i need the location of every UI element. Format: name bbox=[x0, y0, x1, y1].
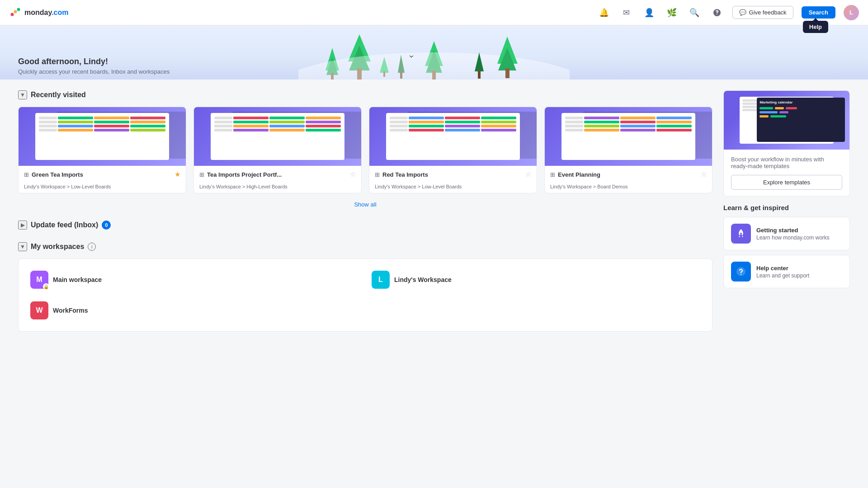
card-info-3: ⊞ Event Planning ☆ bbox=[545, 166, 712, 183]
card-preview-0 bbox=[19, 107, 186, 166]
template-card-body: Boost your workflow in minutes with read… bbox=[724, 150, 849, 196]
getting-started-title: Getting started bbox=[756, 227, 830, 234]
help-center-card[interactable]: Help center Learn and get support bbox=[723, 255, 850, 288]
feedback-icon: 💬 bbox=[739, 9, 746, 16]
board-card-3[interactable]: ⊞ Event Planning ☆ Lindy's Workspace > B… bbox=[544, 107, 712, 193]
svg-point-1 bbox=[11, 13, 14, 16]
my-workspaces-title: My workspaces bbox=[31, 243, 84, 251]
svg-rect-19 bbox=[478, 70, 481, 79]
inbox-button[interactable]: ✉ bbox=[619, 5, 634, 20]
topnav-icons: 🔔 ✉ 👤 🌿 🔍 Help 💬 Give feedback Search L bbox=[597, 5, 859, 20]
give-feedback-button[interactable]: 💬 Give feedback bbox=[732, 6, 793, 19]
workspace-item-workforms[interactable]: W WorkForms bbox=[28, 299, 362, 322]
svg-rect-22 bbox=[505, 68, 509, 78]
recently-visited-toggle[interactable]: ▼ bbox=[18, 90, 27, 99]
show-all-button[interactable]: Show all bbox=[354, 201, 376, 208]
give-feedback-label: Give feedback bbox=[749, 9, 787, 16]
card-info-2: ⊞ Red Tea Imports ☆ bbox=[369, 166, 537, 183]
workspace-avatar-main: M 🔒 bbox=[30, 271, 48, 289]
hill-shape bbox=[298, 52, 570, 80]
board-card-1[interactable]: ⊞ Tea Imports Project Portf... ☆ Lindy's… bbox=[193, 107, 362, 193]
getting-started-icon-box bbox=[731, 224, 751, 244]
logo[interactable]: monday.com bbox=[9, 6, 69, 19]
template-boost-text: Boost your workflow in minutes with read… bbox=[731, 156, 842, 169]
workspace-name-lindy: Lindy's Workspace bbox=[394, 276, 452, 283]
card-name-0: Green Tea Imports bbox=[32, 171, 83, 178]
workspace-name-workforms: WorkForms bbox=[53, 307, 88, 314]
card-info-1: ⊞ Tea Imports Project Portf... ☆ bbox=[194, 166, 361, 183]
card-path-0: Lindy's Workspace > Low-Level Boards bbox=[19, 184, 186, 193]
rocket-icon bbox=[736, 228, 746, 239]
card-name-1: Tea Imports Project Portf... bbox=[207, 171, 282, 178]
getting-started-card[interactable]: Getting started Learn how monday.com wor… bbox=[723, 217, 850, 250]
trees-decoration bbox=[298, 25, 570, 80]
workspaces-grid: M 🔒 Main workspace L Lindy's Workspace W bbox=[18, 258, 712, 332]
invite-button[interactable]: 👤 bbox=[642, 5, 656, 20]
card-preview-3 bbox=[545, 107, 712, 166]
board-icon-1: ⊞ bbox=[199, 171, 204, 178]
update-feed-title: Update feed (Inbox) bbox=[31, 221, 98, 229]
star-0[interactable]: ★ bbox=[175, 170, 180, 178]
search-button[interactable]: 🔍 bbox=[687, 5, 702, 20]
hero-text: Good afternoon, Lindy! Quickly access yo… bbox=[18, 57, 170, 75]
recently-visited-title: Recently visited bbox=[31, 91, 86, 99]
card-name-2: Red Tea Imports bbox=[382, 171, 428, 178]
svg-point-3 bbox=[17, 8, 20, 11]
my-workspaces-header: ▼ My workspaces i bbox=[18, 242, 712, 251]
help-center-icon-box bbox=[731, 262, 751, 282]
updates-button[interactable]: 🌿 bbox=[665, 5, 679, 20]
help-icon bbox=[712, 8, 722, 17]
boards-grid: ⊞ Green Tea Imports ★ Lindy's Workspace … bbox=[18, 107, 712, 193]
tree-7 bbox=[497, 37, 518, 80]
main-content: ▼ Recently visited bbox=[18, 90, 712, 344]
help-tooltip: Help bbox=[803, 21, 828, 33]
workspaces-info-icon[interactable]: i bbox=[88, 243, 96, 251]
svg-point-17 bbox=[298, 52, 570, 80]
board-icon-0: ⊞ bbox=[24, 171, 29, 178]
monday-logo-icon bbox=[9, 6, 22, 19]
workspace-name-main: Main workspace bbox=[53, 276, 102, 283]
help-center-desc: Learn and get support bbox=[756, 272, 809, 279]
workspace-lock-icon: 🔒 bbox=[43, 283, 49, 290]
svg-point-23 bbox=[740, 233, 742, 235]
card-preview-inner-0 bbox=[35, 113, 169, 160]
search-label-button[interactable]: Search bbox=[802, 6, 835, 19]
workspaces-toggle[interactable]: ▼ bbox=[18, 242, 27, 251]
explore-templates-button[interactable]: Explore templates bbox=[731, 175, 842, 190]
star-3[interactable]: ☆ bbox=[701, 170, 707, 178]
user-avatar-button[interactable]: L bbox=[844, 5, 859, 20]
workspace-item-lindy[interactable]: L Lindy's Workspace bbox=[369, 268, 703, 291]
help-button[interactable] bbox=[710, 5, 724, 20]
learn-section: Learn & get inspired Getting started Lea… bbox=[723, 204, 850, 288]
update-feed-section: ▶ Update feed (Inbox) 0 bbox=[18, 221, 712, 230]
workspace-item-main[interactable]: M 🔒 Main workspace bbox=[28, 268, 362, 291]
notifications-button[interactable]: 🔔 bbox=[597, 5, 611, 20]
board-card-0[interactable]: ⊞ Green Tea Imports ★ Lindy's Workspace … bbox=[18, 107, 186, 193]
hero-greeting: Good afternoon, Lindy! bbox=[18, 57, 170, 66]
card-preview-2 bbox=[369, 107, 537, 166]
board-card-2[interactable]: ⊞ Red Tea Imports ☆ Lindy's Workspace > … bbox=[369, 107, 537, 193]
card-path-3: Lindy's Workspace > Board Demos bbox=[545, 184, 712, 193]
update-feed-badge: 0 bbox=[102, 221, 111, 230]
help-center-text: Help center Learn and get support bbox=[756, 265, 809, 279]
card-preview-inner-1 bbox=[211, 113, 344, 160]
star-1[interactable]: ☆ bbox=[350, 170, 356, 178]
star-2[interactable]: ☆ bbox=[525, 170, 531, 178]
help-center-title: Help center bbox=[756, 265, 809, 272]
bird-icon bbox=[407, 52, 416, 61]
tree-6 bbox=[475, 52, 484, 80]
template-card: Marketing calendar Boost your workflow i… bbox=[723, 90, 850, 197]
update-feed-header: ▶ Update feed (Inbox) 0 bbox=[18, 221, 712, 230]
svg-point-25 bbox=[741, 274, 741, 275]
hero-banner: Good afternoon, Lindy! Quickly access yo… bbox=[0, 25, 868, 80]
logo-text: monday.com bbox=[24, 9, 69, 17]
update-feed-toggle[interactable]: ▶ bbox=[18, 221, 27, 230]
question-mark-icon bbox=[736, 266, 746, 277]
workspace-avatar-workforms: W bbox=[30, 301, 48, 319]
learn-section-title: Learn & get inspired bbox=[723, 204, 850, 211]
card-path-2: Lindy's Workspace > Low-Level Boards bbox=[369, 184, 537, 193]
card-name-3: Event Planning bbox=[558, 171, 600, 178]
workspace-avatar-lindy: L bbox=[372, 271, 390, 289]
topnav: monday.com 🔔 ✉ 👤 🌿 🔍 Help 💬 Give feedbac… bbox=[0, 0, 868, 25]
workspace-empty-cell bbox=[369, 299, 703, 322]
